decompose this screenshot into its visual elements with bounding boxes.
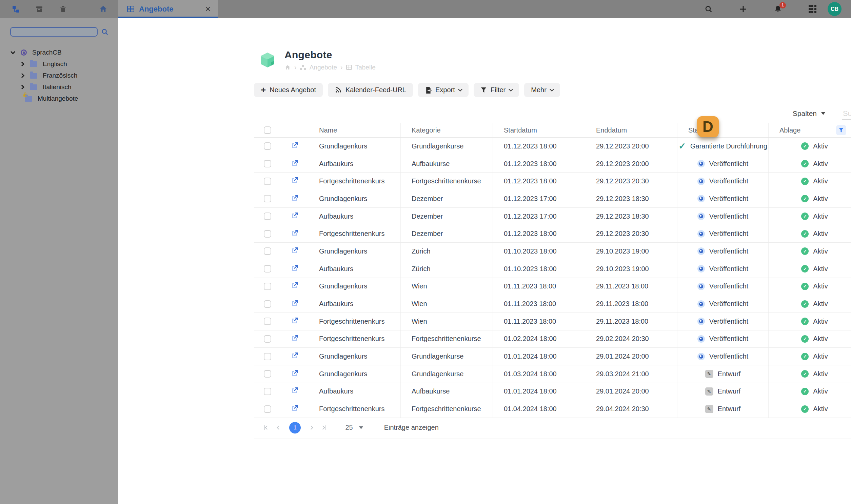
new-offer-button[interactable]: + Neues Angebot — [254, 83, 323, 97]
cell-startdatum: 01.03.2024 18:00 — [493, 365, 585, 383]
workspace-icon — [21, 50, 27, 56]
more-button[interactable]: Mehr — [524, 83, 560, 97]
main-content: Angebote › Angebote › Tabelle + Neues An… — [118, 18, 851, 504]
sidebar-search-input[interactable] — [11, 28, 97, 36]
tree-item-italienisch[interactable]: Italienisch — [0, 82, 118, 93]
page-size-select[interactable]: 25 — [345, 424, 363, 431]
row-checkbox[interactable] — [264, 388, 271, 395]
next-page-button[interactable] — [309, 425, 313, 430]
notifications-bell-icon[interactable]: 1 — [773, 5, 782, 14]
breadcrumb-module[interactable]: Angebote — [309, 64, 337, 71]
cell-name: Aufbaukurs — [308, 383, 401, 400]
export-button[interactable]: Export — [418, 83, 468, 97]
open-record-icon[interactable] — [290, 281, 299, 291]
cell-name: Grundlagenkurs — [308, 348, 401, 365]
row-checkbox[interactable] — [264, 318, 271, 325]
close-tab-icon[interactable]: ✕ — [205, 5, 211, 13]
open-record-icon[interactable] — [290, 386, 299, 396]
breadcrumb-home-icon[interactable] — [284, 65, 291, 71]
cell-startdatum: 01.12.2023 17:00 — [493, 208, 585, 225]
status-label: Veröffentlicht — [709, 300, 748, 308]
open-record-icon[interactable] — [290, 212, 299, 221]
open-record-icon[interactable] — [290, 334, 299, 344]
open-record-icon[interactable] — [290, 159, 299, 169]
open-record-icon[interactable] — [290, 299, 299, 309]
cell-enddatum: 29.01.2024 20:00 — [585, 383, 677, 400]
open-record-icon[interactable] — [290, 352, 299, 361]
cell-ablage: ✓Aktiv — [768, 365, 851, 383]
table-search-input[interactable] — [842, 108, 851, 119]
cell-status: Veröffentlicht — [677, 278, 768, 295]
search-icon[interactable] — [704, 5, 713, 14]
row-checkbox[interactable] — [264, 283, 271, 290]
status-veroeffentlicht: Veröffentlicht — [697, 300, 748, 308]
select-all-checkbox[interactable] — [264, 126, 271, 134]
status-entwurf: ✎Entwurf — [705, 388, 741, 396]
cell-kategorie: Wien — [401, 278, 493, 295]
open-record-icon[interactable] — [290, 247, 299, 256]
home-icon[interactable] — [99, 5, 107, 14]
open-record-icon[interactable] — [290, 317, 299, 326]
tab-angebote[interactable]: Angebote ✕ — [118, 0, 218, 18]
apps-grid-icon[interactable] — [808, 5, 817, 14]
row-checkbox[interactable] — [264, 248, 271, 255]
cell-name: Aufbaukurs — [308, 208, 401, 225]
tree-item-sprachcb[interactable]: SprachCB — [0, 47, 118, 58]
row-checkbox[interactable] — [264, 300, 271, 308]
current-page-button[interactable]: 1 — [289, 422, 301, 433]
table-row: GrundlagenkursWien01.11.2023 18:0029.11.… — [254, 278, 851, 295]
check-circle-icon: ✓ — [801, 195, 809, 202]
column-header-startdatum: Startdatum — [493, 123, 585, 137]
avatar[interactable]: CB — [828, 2, 841, 16]
column-header-ablage: Ablage — [768, 123, 851, 137]
tab-label: Angebote — [139, 5, 173, 14]
open-record-icon[interactable] — [290, 176, 299, 186]
offers-table-card: Spalten Name Kategorie Startdatum Enddat… — [254, 104, 851, 439]
row-checkbox[interactable] — [264, 335, 271, 343]
sidebar-search-icon[interactable] — [101, 28, 108, 36]
row-checkbox[interactable] — [264, 230, 271, 238]
columns-button[interactable]: Spalten — [793, 109, 825, 118]
add-icon[interactable] — [739, 5, 748, 14]
archive-icon[interactable] — [35, 5, 44, 14]
eye-icon — [697, 178, 705, 185]
ablage-filter-icon[interactable] — [836, 125, 846, 135]
open-record-icon[interactable] — [290, 264, 299, 274]
row-checkbox[interactable] — [264, 353, 271, 360]
chevron-right-icon[interactable] — [20, 85, 24, 89]
open-record-icon[interactable] — [290, 141, 299, 151]
filter-funnel-icon — [480, 87, 487, 93]
filter-button[interactable]: Filter — [474, 83, 519, 97]
open-record-icon[interactable] — [290, 229, 299, 239]
cell-kategorie: Wien — [401, 295, 493, 312]
row-checkbox[interactable] — [264, 160, 271, 167]
trash-icon[interactable] — [59, 5, 68, 14]
breadcrumb-view[interactable]: Tabelle — [355, 64, 376, 71]
chevron-right-icon[interactable] — [20, 73, 24, 78]
row-checkbox[interactable] — [264, 406, 271, 413]
tree-item-französisch[interactable]: Französisch — [0, 70, 118, 82]
row-checkbox[interactable] — [264, 265, 271, 272]
row-checkbox[interactable] — [264, 213, 271, 220]
tree-view-icon[interactable] — [11, 5, 20, 14]
open-record-icon[interactable] — [290, 369, 299, 379]
cell-ablage: ✓Aktiv — [768, 138, 851, 155]
calendar-feed-url-button[interactable]: Kalender-Feed-URL — [328, 83, 413, 97]
first-page-button[interactable] — [264, 425, 268, 430]
row-checkbox[interactable] — [264, 370, 271, 378]
tree-item-multiangebote[interactable]: Multiangebote — [0, 93, 118, 104]
row-checkbox[interactable] — [264, 178, 271, 185]
status-veroeffentlicht: Veröffentlicht — [697, 177, 748, 185]
previous-page-button[interactable] — [277, 425, 281, 430]
entries-label: Einträge anzeigen — [384, 424, 439, 431]
chevron-down-icon[interactable] — [11, 50, 15, 54]
chevron-right-icon[interactable] — [20, 62, 24, 67]
tree-item-englisch[interactable]: Englisch — [0, 58, 118, 70]
row-open-cell — [281, 243, 308, 260]
open-record-icon[interactable] — [290, 404, 299, 414]
open-record-icon[interactable] — [290, 194, 299, 204]
row-checkbox[interactable] — [264, 195, 271, 202]
last-page-button[interactable] — [321, 425, 325, 430]
table-row: FortgeschrittenenkursWien01.11.2023 18:0… — [254, 313, 851, 330]
row-checkbox[interactable] — [264, 142, 271, 150]
